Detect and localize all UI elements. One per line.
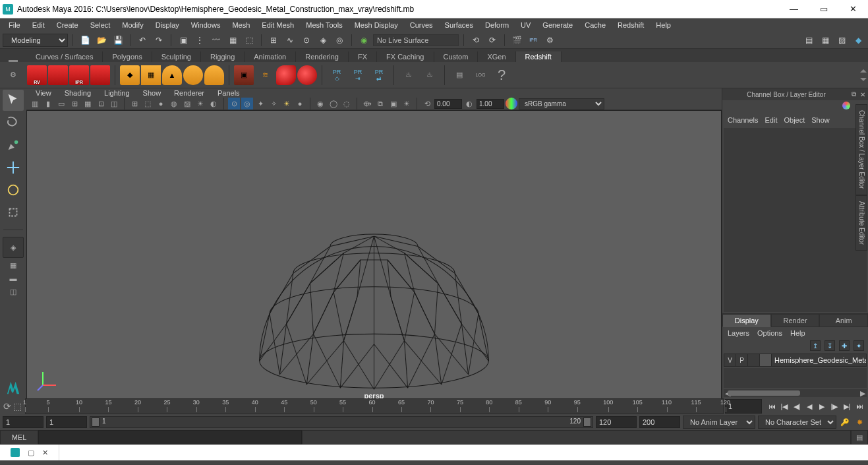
camera-select-icon[interactable]: ▥ (29, 98, 41, 109)
step-forward-icon[interactable]: |▶ (828, 400, 840, 412)
shelf-tab-sculpting[interactable]: Sculpting (152, 51, 201, 62)
shelf-tab-curves-surfaces[interactable]: Curves / Surfaces (26, 51, 103, 62)
shelf-proxy-ball-icon[interactable] (297, 65, 317, 85)
shelf-rv-icon[interactable]: RV (27, 65, 47, 85)
make-live-icon[interactable]: ◉ (357, 33, 371, 47)
exposure-stop-icon[interactable]: ☀ (401, 98, 413, 109)
select-object-icon[interactable]: ▣ (176, 33, 190, 47)
menu-edit[interactable]: Edit (26, 20, 51, 30)
wireframe-icon[interactable]: ⬚ (142, 98, 154, 109)
history-off-icon[interactable]: ⟲ (469, 33, 483, 47)
rotate-tool-icon[interactable] (3, 179, 24, 201)
last-tool-icon[interactable]: ◈ (3, 237, 24, 258)
open-scene-icon[interactable]: 📂 (94, 33, 109, 47)
viewport[interactable]: persp (26, 110, 722, 403)
layout-3-icon[interactable]: ▨ (834, 33, 849, 47)
play-back-icon[interactable]: ◀ (803, 400, 815, 412)
shelf-proxy-worm-icon[interactable] (276, 65, 296, 85)
select-edge-icon[interactable]: 〰 (209, 33, 223, 47)
panel-menu-view[interactable]: View (29, 88, 58, 98)
layer-tab-render[interactable]: Render (771, 314, 820, 327)
redo-icon[interactable]: ↷ (152, 33, 166, 47)
layer-move-up-icon[interactable]: ↥ (810, 340, 821, 351)
field-chart-icon[interactable]: ⊡ (95, 98, 107, 109)
menu-mesh-display[interactable]: Mesh Display (349, 20, 404, 30)
taskbar-close-icon[interactable]: ✕ (42, 449, 48, 457)
maximize-button[interactable]: ▭ (809, 0, 838, 18)
shelf-log-icon[interactable]: LOG (471, 65, 490, 85)
film-gate-icon[interactable]: ⊞ (69, 98, 80, 109)
menu-edit-mesh[interactable]: Edit Mesh (256, 20, 300, 30)
layer-row[interactable]: V P Hemisphere_Geodesic_Meta (724, 354, 867, 367)
channel-list[interactable] (724, 128, 867, 312)
save-scene-icon[interactable]: 💾 (111, 33, 125, 47)
undock-icon[interactable]: ⧉ (852, 90, 856, 98)
layer-tab-display[interactable]: Display (722, 314, 771, 327)
menu-curves[interactable]: Curves (404, 20, 439, 30)
render-frame-icon[interactable]: 🎬 (509, 33, 524, 47)
shelf-proxy-icon[interactable]: ▣ (234, 65, 254, 85)
menu-redshift[interactable]: Redshift (612, 20, 650, 30)
layout-quad-icon[interactable]: ▦ (3, 259, 24, 271)
time-slider[interactable]: 1510152025303540455055606570758085909510… (25, 398, 724, 414)
range-slider[interactable]: 1 120 (90, 416, 593, 428)
new-layer-selected-icon[interactable]: ✦ (854, 340, 864, 351)
colorspace-icon[interactable] (506, 98, 517, 109)
gamma-icon[interactable]: ⧉ (374, 98, 386, 109)
new-layer-icon[interactable]: ✚ (839, 340, 850, 351)
shelf-scroll-buttons[interactable] (859, 63, 868, 88)
shelf-tab-polygons[interactable]: Polygons (103, 51, 152, 62)
shelf-prim-2-icon[interactable]: ▦ (141, 65, 161, 85)
shelf-pr-3-icon[interactable]: PR⇄ (369, 65, 389, 85)
undo-icon[interactable]: ↶ (135, 33, 150, 47)
menu-display[interactable]: Display (150, 20, 185, 30)
taskbar-maya-item[interactable]: ▢ ✕ (0, 445, 59, 460)
range-in-start-input[interactable] (46, 416, 87, 428)
script-editor-icon[interactable]: ▤ (851, 430, 868, 445)
layer-tab-anim[interactable]: Anim (819, 314, 868, 327)
range-start-input[interactable] (3, 416, 43, 428)
shelf-ipr-icon[interactable]: IPR (69, 65, 89, 85)
layers-menu-help[interactable]: Help (790, 329, 805, 337)
step-back-icon[interactable]: ◀| (791, 400, 803, 412)
xray-joints-icon[interactable]: ✦ (254, 98, 266, 109)
isolate-select-icon[interactable]: ⊙ (228, 98, 240, 109)
menu-file[interactable]: File (3, 20, 26, 30)
shade-all-icon[interactable]: ● (155, 98, 167, 109)
motion-blur-icon[interactable]: ◌ (341, 98, 353, 109)
select-face-icon[interactable]: ▦ (225, 33, 240, 47)
shelf-script-icon[interactable]: ▤ (449, 65, 469, 85)
xray-comp-icon[interactable]: ✧ (268, 98, 279, 109)
character-set-dropdown[interactable]: No Character Set (758, 416, 836, 429)
menu-surfaces[interactable]: Surfaces (439, 20, 479, 30)
shelf-prim-sphere-icon[interactable] (183, 65, 203, 85)
exposure-value-input[interactable] (434, 99, 462, 109)
shelf-batch-icon[interactable] (48, 65, 68, 85)
grid-icon[interactable]: ⊞ (129, 98, 140, 109)
shelf-pr-2-icon[interactable]: PR⇥ (348, 65, 368, 85)
menu-mesh[interactable]: Mesh (226, 20, 256, 30)
shelf-pr-1-icon[interactable]: PR◇ (327, 65, 347, 85)
shelf-tab-rigging[interactable]: Rigging (201, 51, 245, 62)
layer-color[interactable] (760, 354, 772, 366)
layer-name[interactable]: Hemisphere_Geodesic_Meta (772, 356, 866, 365)
shelf-tab-rendering[interactable]: Rendering (296, 51, 349, 62)
close-button[interactable]: ✕ (838, 0, 868, 18)
shelf-options-icon[interactable]: ⚙ (0, 71, 26, 79)
step-forward-key-icon[interactable]: ▶| (841, 400, 853, 412)
menu-create[interactable]: Create (51, 20, 84, 30)
channelbox-menu-edit[interactable]: Edit (765, 116, 777, 124)
menu-generate[interactable]: Generate (536, 20, 579, 30)
menu-cache[interactable]: Cache (579, 20, 612, 30)
layers-menu-options[interactable]: Options (757, 329, 782, 337)
menu-modify[interactable]: Modify (116, 20, 149, 30)
script-language-toggle[interactable]: MEL (0, 430, 38, 445)
lasso-tool-icon[interactable] (3, 112, 24, 133)
select-tool-icon[interactable] (3, 90, 24, 111)
channelbox-menu-object[interactable]: Object (784, 116, 805, 124)
panel-menu-panels[interactable]: Panels (211, 88, 246, 98)
goto-start-icon[interactable]: ⏮ (766, 400, 778, 412)
shelf-tab-animation[interactable]: Animation (245, 51, 296, 62)
paint-tool-icon[interactable] (3, 135, 24, 156)
shelf-prim-cone-icon[interactable]: ▲ (162, 65, 182, 85)
